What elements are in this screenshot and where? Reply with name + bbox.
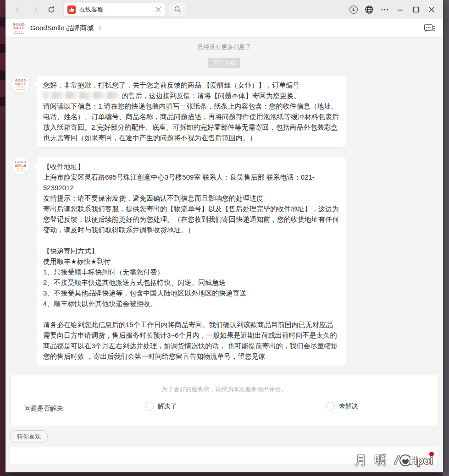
- avatar-underline: [17, 170, 25, 171]
- radio-option-unsolved[interactable]: 未解决: [326, 402, 358, 410]
- rating-question: 问题是否解决:: [24, 405, 65, 413]
- message-line: 【快递寄回方式】: [43, 246, 339, 256]
- avatar-underline: [17, 89, 25, 90]
- message-line: 【收件地址】: [43, 161, 339, 172]
- message-line: 2、不接受顺丰快递其他派送方式包括特快、闪送、同城急送: [43, 277, 339, 288]
- browser-toolbar: 在线客服: [6, 0, 443, 19]
- browser-tab[interactable]: 在线客服: [63, 3, 165, 16]
- avatar-line3: arts: [17, 86, 24, 88]
- chat-footer: 猜你喜欢: [6, 426, 443, 464]
- radio-option-solved[interactable]: 解决了: [145, 402, 177, 410]
- avatar-line2: SMILE: [15, 164, 27, 168]
- back-icon[interactable]: [12, 3, 25, 16]
- message-list-icon[interactable]: [423, 22, 437, 34]
- message-text: 您好．非常抱歉，打扰您了，关于您之前反馈的商品 【爱丽丝（女仆）】，订单编号: [43, 81, 299, 89]
- message-line: 使用顺丰★标快★到付: [43, 256, 339, 267]
- message-line: 4、顺丰标快以外其他快递会被拒收。: [43, 298, 339, 309]
- timestamp-badge: 下午 8:42: [208, 58, 241, 68]
- logo-underline: [14, 33, 24, 34]
- message-paragraph: 您好．非常抱歉，打扰您了，关于您之前反馈的商品 【爱丽丝（女仆）】，订单编号 的…: [43, 80, 339, 101]
- radio-circle-icon[interactable]: [326, 402, 335, 410]
- goodsmile-logo: GOOD SMILE arts: [12, 23, 26, 34]
- message-line: 3、不接受其他品牌快递等，包含中国大陆地区以外地区的快递寄送: [43, 288, 339, 298]
- goodsmile-avatar: GOOD SMILE arts: [12, 157, 29, 175]
- chat-message-row: GOOD SMILE arts 【收件地址】上海市静安区灵石路695号珠江创意中…: [6, 157, 443, 366]
- guess-you-like-button[interactable]: 猜你喜欢: [10, 430, 48, 443]
- redacted-order-number: [43, 92, 120, 99]
- message-line: 友情提示：请不要保密发货，避免因确认不到信息而且影响您的处理进度: [43, 193, 339, 203]
- radio-label[interactable]: 解决了: [158, 402, 177, 410]
- message-line: [43, 235, 339, 246]
- search-icon[interactable]: [169, 3, 186, 16]
- thumbs-up-favicon: [67, 5, 76, 14]
- site-header: GOOD SMILE arts GoodSmile 品牌商城: [6, 19, 443, 38]
- radio-circle-icon[interactable]: [145, 402, 154, 410]
- chat-message-row: GOOD SMILE arts 您好．非常抱歉，打扰您了，关于您之前反馈的商品 …: [6, 76, 443, 147]
- avatar-line2: SMILE: [15, 82, 27, 86]
- brand-title[interactable]: GoodSmile 品牌商城: [30, 24, 94, 33]
- message-line: 请务必在给到您此信息后的15个工作日内将商品寄回。我们确认到该款商品目前国内已无…: [43, 319, 339, 361]
- maximize-icon[interactable]: [409, 3, 423, 16]
- message-line: 寄出后请您联系我们客服，提供您寄出的【物流单号】以及【售后处理完毕的收件地址】，…: [43, 203, 339, 235]
- goodsmile-avatar: GOOD SMILE arts: [12, 76, 29, 93]
- more-menu-icon[interactable]: [378, 3, 392, 16]
- message-line: 1、只接受顺丰标快到付（无需您付费）: [43, 267, 339, 277]
- browser-window: 在线客服 GOOD SMILE: [6, 0, 443, 472]
- download-icon[interactable]: [347, 3, 360, 16]
- close-icon[interactable]: [425, 3, 438, 16]
- timestamp-wrap: 下午 8:42: [6, 58, 443, 68]
- chat-page: 已经没有更多消息了 下午 8:42 GOOD SMILE arts 您好．非常抱…: [6, 38, 443, 472]
- chevron-right-icon[interactable]: [97, 24, 103, 33]
- globe-icon[interactable]: [362, 3, 376, 16]
- radio-label[interactable]: 未解决: [339, 402, 358, 410]
- message-bubble: 您好．非常抱歉，打扰您了，关于您之前反馈的商品 【爱丽丝（女仆）】，订单编号 的…: [37, 76, 346, 147]
- rating-panel: 为了更好的服务您，请您为本次服务做出评价。 问题是否解决: 解决了 未解决: [10, 375, 438, 426]
- minimize-icon[interactable]: [394, 3, 407, 16]
- message-line: [43, 309, 339, 319]
- message-bubble: 【收件地址】上海市静安区灵石路695号珠江创意中心3号楼509室 联系人：良笑售…: [37, 157, 346, 366]
- message-paragraph: 请阅读以下信息：1.请在您的快递包装内填写一张纸条，纸条上内容包含：您的收件信息…: [43, 101, 339, 143]
- message-input[interactable]: [10, 447, 438, 464]
- tab-title: 在线客服: [79, 5, 153, 14]
- message-text: 的售后，这边接到反馈：请将【问题本体】寄回为您更换。: [122, 92, 300, 99]
- rating-notice: 为了更好的服务您，请您为本次服务做出评价。: [11, 375, 438, 394]
- tab-close-icon[interactable]: [156, 5, 161, 14]
- no-more-messages-text: 已经没有更多消息了: [6, 38, 443, 51]
- avatar-line3: arts: [17, 168, 24, 170]
- forward-icon[interactable]: [28, 3, 41, 16]
- reload-icon[interactable]: [45, 3, 58, 16]
- message-line: 上海市静安区灵石路695号珠江创意中心3号楼509室 联系人：良笑售后部 联系电…: [43, 172, 339, 193]
- logo-line3: arts: [12, 30, 26, 33]
- message-body: 【收件地址】上海市静安区灵石路695号珠江创意中心3号楼509室 联系人：良笑售…: [43, 161, 339, 361]
